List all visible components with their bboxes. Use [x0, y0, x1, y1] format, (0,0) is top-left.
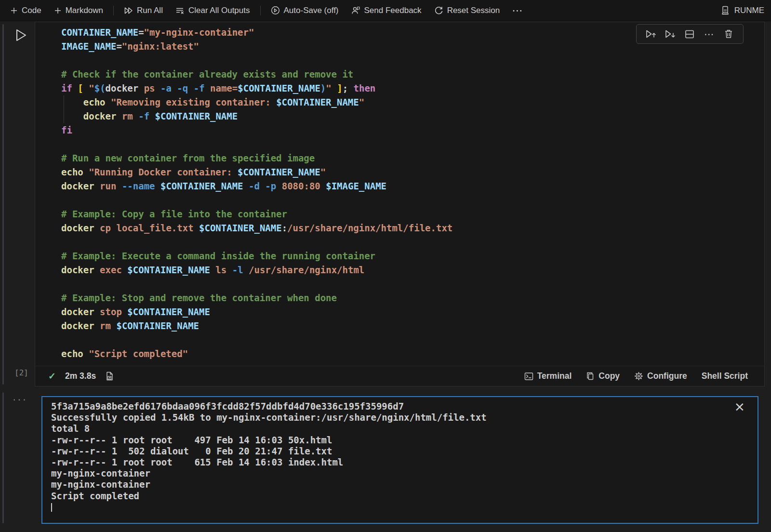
output-text: 5f3a715a9a8be2efd6176bdaa096f3fcdd82f57d…	[51, 401, 731, 521]
code-line: docker run --name $CONTAINER_NAME -d -p …	[61, 179, 764, 193]
code-line: echo "Running Docker container: $CONTAIN…	[61, 165, 764, 179]
add-markdown-cell-button[interactable]: Markdown	[48, 3, 109, 18]
output-line: -rw-r--r-- 1 root root 615 Feb 14 16:03 …	[51, 457, 731, 468]
reset-session-button[interactable]: Reset Session	[428, 3, 506, 18]
code-line: fi	[61, 123, 764, 137]
clear-all-outputs-label: Clear All Outputs	[188, 6, 250, 15]
code-line: echo "Removing existing container: $CONT…	[61, 95, 764, 109]
toolbar-more-button[interactable]: ⋯	[506, 4, 529, 17]
cell-status-bar: ✓ 2m 3.8s Terminal Copy	[35, 366, 764, 386]
cell-output: 5f3a715a9a8be2efd6176bdaa096f3fcdd82f57d…	[41, 396, 758, 524]
runme-logo-icon	[720, 5, 730, 15]
execution-duration: 2m 3.8s	[65, 371, 96, 381]
copy-button[interactable]: Copy	[586, 371, 620, 381]
output-focus-strip	[2, 392, 4, 523]
code-line: echo "Script completed"	[61, 347, 764, 361]
notebook-toolbar: Code Markdown Run All Clear All Outputs …	[0, 0, 771, 21]
add-markdown-label: Markdown	[66, 6, 103, 15]
output-line: -rw-r--r-- 1 root root 497 Feb 14 16:03 …	[51, 435, 731, 446]
success-check-icon: ✓	[48, 371, 56, 382]
output-line: -rw-r--r-- 1 502 dialout 0 Feb 20 21:47 …	[51, 446, 731, 457]
copy-label: Copy	[598, 371, 620, 381]
run-cell-button[interactable]	[14, 28, 28, 42]
run-all-button[interactable]: Run All	[118, 3, 169, 18]
notebook-window: Code Markdown Run All Clear All Outputs …	[0, 0, 771, 532]
add-code-label: Code	[22, 6, 41, 15]
code-line	[61, 333, 764, 347]
code-line	[61, 53, 764, 67]
send-feedback-button[interactable]: Send Feedback	[345, 3, 428, 18]
code-line	[61, 277, 764, 291]
code-editor[interactable]: CONTAINER_NAME="my-nginx-container"IMAGE…	[35, 22, 764, 366]
output-line: Successfully copied 1.54kB to my-nginx-c…	[51, 412, 731, 423]
code-line	[61, 193, 764, 207]
execute-below-button[interactable]	[663, 27, 678, 41]
auto-save-toggle[interactable]: Auto-Save (off)	[265, 3, 345, 18]
cell-toolbar: ⋯	[636, 24, 744, 44]
cell-more-actions-button[interactable]: ⋯	[702, 27, 717, 41]
code-line: # Run a new container from the specified…	[61, 151, 764, 165]
cell-focus-strip	[2, 24, 4, 385]
code-line: docker rm -f $CONTAINER_NAME	[61, 109, 764, 123]
split-cell-button[interactable]	[682, 27, 697, 41]
run-all-icon	[124, 6, 133, 15]
execute-above-button[interactable]	[644, 27, 658, 41]
cell-language-picker[interactable]: Shell Script	[702, 371, 748, 381]
code-line: # Example: Execute a command inside the …	[61, 249, 764, 263]
terminal-button[interactable]: Terminal	[524, 371, 572, 381]
configure-button[interactable]: Configure	[634, 371, 687, 381]
auto-save-label: Auto-Save (off)	[284, 6, 339, 15]
output-line: Script completed	[51, 491, 731, 502]
code-line: docker stop $CONTAINER_NAME	[61, 305, 764, 319]
output-more-actions-button[interactable]: ···	[13, 393, 27, 406]
terminal-label: Terminal	[537, 371, 572, 381]
code-line: docker exec $CONTAINER_NAME ls -l /usr/s…	[61, 263, 764, 277]
indent-guide	[64, 95, 64, 123]
output-line: total 8	[51, 423, 731, 434]
copy-icon	[586, 372, 595, 381]
gear-icon	[634, 372, 643, 381]
terminal-cursor	[51, 503, 52, 512]
configure-label: Configure	[647, 371, 687, 381]
runme-brand-label: RUNME	[734, 6, 764, 15]
auto-save-icon	[271, 6, 280, 15]
delete-cell-button[interactable]	[721, 27, 736, 41]
run-all-label: Run All	[137, 6, 163, 15]
open-file-icon[interactable]	[105, 371, 114, 381]
code-line: docker rm $CONTAINER_NAME	[61, 319, 764, 333]
code-cell: CONTAINER_NAME="my-nginx-container"IMAGE…	[35, 22, 765, 386]
close-output-icon[interactable]: ×	[734, 400, 745, 413]
add-code-cell-button[interactable]: Code	[4, 3, 48, 18]
code-line: if [ "$(docker ps -a -q -f name=$CONTAIN…	[61, 81, 764, 95]
reset-session-label: Reset Session	[447, 6, 500, 15]
send-feedback-label: Send Feedback	[364, 6, 422, 15]
output-line: my-nginx-container	[51, 468, 731, 479]
send-feedback-icon	[351, 6, 360, 15]
execution-order-label: [2]	[14, 368, 28, 377]
toolbar-separator	[113, 6, 114, 15]
runme-brand[interactable]: RUNME	[720, 5, 767, 15]
toolbar-separator	[260, 6, 261, 15]
code-line	[61, 137, 764, 151]
output-line: my-nginx-container	[51, 479, 731, 490]
reset-session-icon	[434, 6, 443, 15]
code-line: # Example: Stop and remove the container…	[61, 291, 764, 305]
plus-icon	[10, 7, 18, 14]
code-line: # Example: Copy a file into the containe…	[61, 207, 764, 221]
code-line	[61, 235, 764, 249]
code-line: docker cp local_file.txt $CONTAINER_NAME…	[61, 221, 764, 235]
output-line: 5f3a715a9a8be2efd6176bdaa096f3fcdd82f57d…	[51, 401, 731, 412]
plus-icon	[54, 7, 62, 14]
clear-all-outputs-icon	[175, 6, 185, 15]
terminal-icon	[524, 372, 533, 381]
clear-all-outputs-button[interactable]: Clear All Outputs	[169, 3, 256, 18]
play-icon	[14, 28, 28, 42]
code-line: # Check if the container already exists …	[61, 67, 764, 81]
